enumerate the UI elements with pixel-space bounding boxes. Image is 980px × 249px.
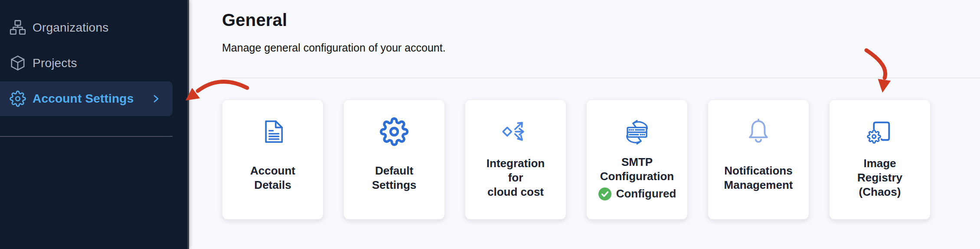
organizations-icon [10,19,26,36]
sidebar-item-projects[interactable]: Projects [0,46,187,81]
card-title: Account Details [250,164,295,192]
sidebar-item-label: Projects [33,56,77,70]
registry-gear-icon [866,116,894,147]
server-sync-icon [623,116,651,147]
bell-icon [744,116,773,147]
gear-icon [380,116,408,147]
document-icon [258,116,287,147]
card-title: SMTP Configuration [600,155,674,184]
header-divider [222,78,980,78]
card-image-registry-chaos[interactable]: Image Registry (Chaos) [829,100,931,220]
card-integration-cloud-cost[interactable]: Integration for cloud cost [465,100,566,220]
arrow-to-image-registry [851,46,903,98]
card-title: Notifications Management [724,164,793,192]
status-badge: Configured [598,187,676,201]
card-smtp-configuration[interactable]: SMTP Configuration Configured [586,100,688,220]
sidebar-item-label: Organizations [33,21,108,35]
card-title: Image Registry (Chaos) [857,156,902,199]
projects-icon [10,55,26,71]
card-title: Default Settings [372,164,417,192]
status-badge-label: Configured [616,187,676,200]
branch-arrows-icon [501,116,530,147]
sidebar-nav: Organizations Projects Account Settings [0,0,187,137]
sidebar-item-label: Account Settings [33,92,134,106]
page-title: General [222,10,287,30]
card-title: Integration for cloud cost [487,156,545,199]
chevron-right-icon [152,94,160,103]
gear-icon [10,91,26,107]
card-default-settings[interactable]: Default Settings [343,100,445,220]
sidebar-divider [0,136,173,137]
card-notifications-management[interactable]: Notifications Management [708,100,809,220]
page-subtitle: Manage general configuration of your acc… [222,42,446,54]
sidebar: Organizations Projects Account Settings [0,0,189,249]
check-circle-icon [598,187,612,201]
card-account-details[interactable]: Account Details [222,100,323,220]
sidebar-item-organizations[interactable]: Organizations [0,10,187,45]
settings-card-grid: Account Details Default Settings Integra… [222,100,931,220]
sidebar-item-account-settings[interactable]: Account Settings [0,81,173,116]
